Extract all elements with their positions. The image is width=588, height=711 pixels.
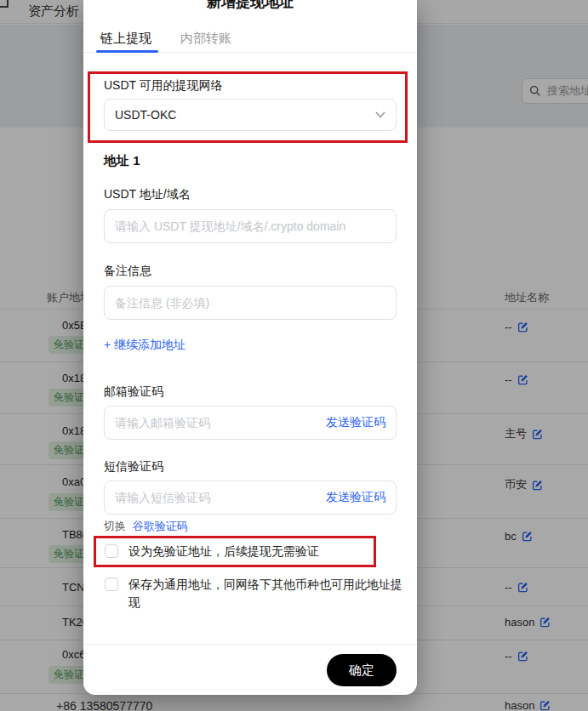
- address-input-wrap: [104, 209, 397, 243]
- address-group-title: 地址 1: [104, 153, 140, 169]
- send-sms-code-button[interactable]: 发送验证码: [326, 490, 385, 505]
- email-code-input-wrap: 发送验证码: [104, 406, 397, 440]
- switch-verification-row: 切换 谷歌验证码: [104, 519, 188, 534]
- google-code-link[interactable]: 谷歌验证码: [133, 520, 188, 532]
- network-select[interactable]: USDT-OKC: [104, 99, 397, 131]
- chevron-down-icon: [375, 111, 385, 118]
- address-field-label: USDT 地址/域名: [104, 187, 191, 202]
- no-verify-checkbox-row: 设为免验证地址，后续提现无需验证: [105, 543, 394, 560]
- tab-onchain-withdrawal[interactable]: 链上提现: [100, 31, 151, 47]
- universal-address-checkbox-label: 保存为通用地址，同网络下其他币种也可用此地址提现: [128, 576, 404, 611]
- sms-code-input[interactable]: [115, 491, 319, 504]
- memo-field-label: 备注信息: [104, 264, 151, 279]
- memo-input[interactable]: [115, 296, 385, 310]
- add-more-address-link[interactable]: + 继续添加地址: [104, 338, 186, 353]
- network-label: USDT 可用的提现网络: [104, 78, 223, 94]
- email-code-input[interactable]: [115, 416, 319, 429]
- switch-label: 切换: [104, 520, 126, 532]
- sms-code-label: 短信验证码: [104, 459, 163, 475]
- footer-divider: [83, 644, 417, 645]
- active-tab-underline: [96, 50, 158, 53]
- email-code-label: 邮箱验证码: [104, 384, 163, 400]
- network-select-value: USDT-OKC: [115, 108, 368, 122]
- screen: 资产分析 搜索地址 账户地址 地址名称 0x5E 免验证 -- 0x18 免验证…: [0, 0, 588, 711]
- address-input[interactable]: [115, 219, 385, 233]
- tab-internal-transfer[interactable]: 内部转账: [180, 31, 231, 47]
- modal-title: 新增提现地址: [83, 0, 417, 12]
- universal-address-checkbox[interactable]: [105, 577, 118, 591]
- sms-code-input-wrap: 发送验证码: [104, 481, 397, 515]
- memo-input-wrap: [104, 286, 397, 320]
- no-verify-checkbox[interactable]: [105, 544, 118, 558]
- send-email-code-button[interactable]: 发送验证码: [326, 415, 385, 430]
- no-verify-checkbox-label: 设为免验证地址，后续提现无需验证: [128, 543, 319, 560]
- universal-address-checkbox-row: 保存为通用地址，同网络下其他币种也可用此地址提现: [105, 576, 404, 611]
- confirm-button[interactable]: 确定: [327, 654, 397, 686]
- add-withdrawal-address-modal: 新增提现地址 链上提现 内部转账 USDT 可用的提现网络 USDT-OKC 地…: [83, 0, 417, 695]
